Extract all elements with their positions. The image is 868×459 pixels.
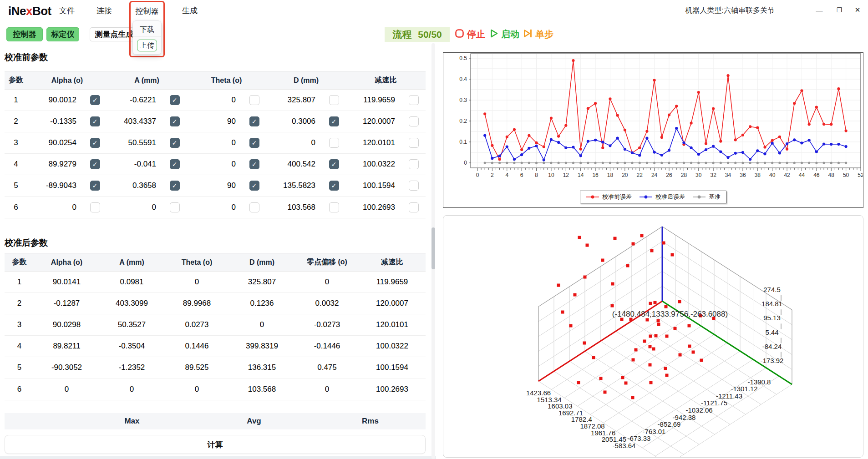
param-checkbox[interactable]: ✓	[249, 138, 259, 148]
svg-text:-763.01: -763.01	[643, 428, 666, 435]
param-checkbox[interactable]	[409, 138, 419, 148]
svg-text:-942.38: -942.38	[673, 414, 696, 421]
scatter-point	[662, 242, 665, 245]
param-value: 120.0101	[346, 138, 401, 147]
param-checkbox[interactable]: ✓	[170, 116, 180, 126]
svg-text:24: 24	[651, 172, 658, 178]
horizontal-scrollbar[interactable]	[0, 456, 436, 459]
param-checkbox[interactable]: ✓	[249, 159, 259, 169]
param-checkbox[interactable]	[409, 159, 419, 169]
param-checkbox[interactable]: ✓	[170, 138, 180, 148]
svg-text:34: 34	[725, 172, 731, 178]
param-checkbox[interactable]: ✓	[90, 138, 100, 148]
scatter-point	[655, 334, 658, 338]
menu-controller[interactable]: 控制器	[131, 6, 163, 16]
calculate-button[interactable]: 计算	[5, 435, 426, 454]
vertical-scrollbar[interactable]	[431, 43, 435, 459]
param-checkbox[interactable]: ✓	[90, 116, 100, 126]
param-checkbox[interactable]	[170, 202, 180, 212]
param-checkbox[interactable]: ✓	[249, 181, 259, 191]
scatter-point	[578, 236, 581, 239]
tab-calibrator[interactable]: 标定仪	[46, 27, 79, 41]
stats-max-label: Max	[71, 417, 193, 426]
row-index: 2	[5, 117, 27, 126]
svg-text:0.4: 0.4	[459, 76, 467, 82]
tab-controller[interactable]: 控制器	[6, 27, 43, 41]
scatter-3d-canvas[interactable]: (-1480.484,1333.9756,-263.6088)274.5184.…	[443, 216, 863, 457]
post-table-row: 489.8211-0.35040.1446399.8319-0.1446100.…	[5, 336, 426, 357]
param-value: 0	[164, 385, 229, 394]
controller-menu-highlight: 控制器 下载 上传	[129, 1, 165, 57]
scatter-point	[592, 356, 595, 359]
param-checkbox[interactable]	[409, 116, 419, 126]
param-checkbox[interactable]: ✓	[90, 181, 100, 191]
scatter-point	[649, 345, 652, 348]
post-table-row: 190.01410.09810325.8070119.9659	[5, 272, 426, 293]
scatter-point	[649, 335, 652, 338]
menu-item-upload[interactable]: 上传	[137, 40, 157, 51]
svg-text:0.2: 0.2	[459, 118, 467, 124]
menu-item-download[interactable]: 下载	[133, 22, 161, 37]
post-col-header: A (mm)	[99, 258, 164, 267]
menu-generate[interactable]: 生成	[177, 5, 203, 16]
scatter-point	[665, 374, 669, 377]
menu-connect[interactable]: 连接	[91, 5, 117, 16]
stats-rms-label: Rms	[315, 417, 426, 426]
param-checkbox[interactable]	[329, 95, 339, 105]
param-checkbox[interactable]	[409, 181, 419, 191]
scrollbar-thumb[interactable]	[431, 227, 435, 269]
pre-col-header: A (mm)	[107, 76, 187, 85]
param-value: 89.8211	[34, 342, 99, 351]
param-value: 103.568	[266, 203, 322, 212]
param-checkbox[interactable]: ✓	[170, 159, 180, 169]
svg-text:2: 2	[491, 172, 494, 178]
param-checkbox[interactable]: ✓	[90, 95, 100, 105]
param-value: 0.0032	[294, 299, 360, 308]
param-checkbox[interactable]: ✓	[249, 116, 259, 126]
svg-text:42: 42	[784, 172, 790, 178]
stop-button[interactable]: 停止	[454, 27, 485, 41]
param-value: 120.0007	[360, 299, 425, 308]
param-checkbox[interactable]	[409, 202, 419, 212]
svg-text:0.1: 0.1	[459, 139, 467, 145]
scatter-point	[614, 237, 617, 240]
param-checkbox[interactable]: ✓	[170, 181, 180, 191]
param-checkbox[interactable]: ✓	[170, 95, 180, 105]
param-value: 89.9279	[27, 160, 83, 169]
param-checkbox[interactable]	[329, 202, 339, 212]
scatter-point	[688, 324, 691, 328]
minimize-button[interactable]: —	[812, 4, 826, 16]
param-checkbox[interactable]	[90, 202, 100, 212]
point-annotation: (-1480.484,1333.9756,-263.6088)	[612, 310, 728, 318]
stats-header: Max Avg Rms	[5, 413, 426, 429]
param-value: 0.1236	[229, 299, 294, 308]
restore-button[interactable]: ❐	[832, 4, 846, 16]
param-checkbox[interactable]	[409, 95, 419, 105]
row-index: 4	[5, 342, 34, 351]
step-button[interactable]: 单步	[523, 27, 553, 41]
stop-icon	[454, 28, 465, 41]
post-table-title: 校准后参数	[5, 237, 48, 249]
svg-text:6: 6	[520, 172, 523, 178]
close-button[interactable]: ✕	[851, 4, 864, 16]
app-logo: iNexBot	[8, 4, 51, 18]
pre-table-row: 390.0254✓50.5591✓0✓0120.0101	[5, 132, 426, 154]
param-checkbox[interactable]	[249, 202, 259, 212]
pre-table-row: 6000103.568100.2693	[5, 197, 426, 218]
param-checkbox[interactable]: ✓	[90, 159, 100, 169]
svg-text:22: 22	[637, 172, 643, 178]
scatter-point	[700, 359, 703, 362]
svg-text:0.5: 0.5	[459, 55, 467, 61]
param-checkbox[interactable]	[329, 138, 339, 148]
param-checkbox[interactable]: ✓	[329, 116, 339, 126]
start-button[interactable]: 启动	[488, 27, 519, 41]
svg-text:44: 44	[799, 172, 805, 178]
scatter-point	[664, 367, 667, 370]
param-checkbox[interactable]: ✓	[329, 181, 339, 191]
param-checkbox[interactable]: ✓	[329, 159, 339, 169]
menu-file[interactable]: 文件	[54, 5, 80, 16]
scatter-3d-plot[interactable]: (-1480.484,1333.9756,-263.6088)274.5184.…	[443, 215, 863, 458]
param-checkbox[interactable]	[249, 95, 259, 105]
svg-text:274.5: 274.5	[763, 286, 781, 293]
scatter-point	[569, 324, 573, 328]
